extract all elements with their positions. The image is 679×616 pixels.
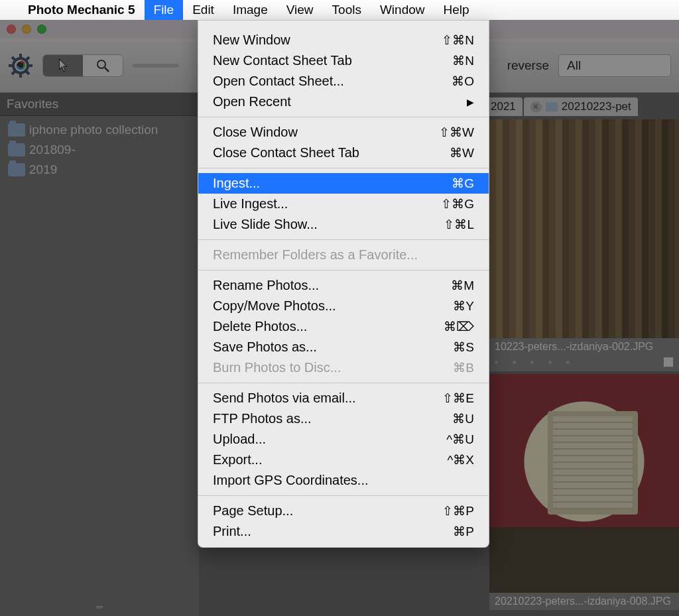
menubar-item-window[interactable]: Window xyxy=(371,0,434,20)
menu-item[interactable]: Import GPS Coordinates... xyxy=(198,470,489,491)
menu-shortcut: ⌘W xyxy=(450,145,474,160)
menu-shortcut: ⇧⌘N xyxy=(442,32,474,48)
tab-strip: 2021 ✕ 20210223-pet xyxy=(484,97,679,116)
svg-line-5 xyxy=(12,57,15,60)
menu-shortcut: ⌘N xyxy=(452,53,474,68)
menu-shortcut: ⌘B xyxy=(453,360,474,375)
favorites-list: iphone photo collection201809-2019 xyxy=(0,116,199,184)
thumbnail-image xyxy=(489,119,679,338)
menu-item-label: Remember Folders as a Favorite... xyxy=(213,247,474,263)
menu-item[interactable]: Save Photos as...⌘S xyxy=(198,337,489,357)
menu-item-label: Copy/Move Photos... xyxy=(213,298,453,314)
menubar-item-file[interactable]: File xyxy=(145,0,184,20)
menu-separator xyxy=(198,495,489,496)
zoom-window-icon[interactable] xyxy=(37,25,46,34)
menubar-item-image[interactable]: Image xyxy=(223,0,277,20)
minimize-window-icon[interactable] xyxy=(22,25,31,34)
menu-item[interactable]: New Contact Sheet Tab⌘N xyxy=(198,50,489,71)
menu-item[interactable]: Print...⌘P xyxy=(198,521,489,542)
menu-item[interactable]: Delete Photos...⌘⌦ xyxy=(198,316,489,337)
menu-item-label: Ingest... xyxy=(213,176,452,191)
menu-item-label: Page Setup... xyxy=(213,503,442,519)
close-tab-icon[interactable]: ✕ xyxy=(530,101,542,113)
mac-menubar: Photo Mechanic 5 FileEditImageViewToolsW… xyxy=(0,0,679,20)
menu-shortcut: ⇧⌘L xyxy=(444,217,474,232)
rating-dot[interactable] xyxy=(495,361,498,364)
reverse-label: reverse xyxy=(507,58,549,73)
menu-item-label: Open Recent xyxy=(213,94,460,109)
menubar-item-edit[interactable]: Edit xyxy=(183,0,223,20)
menu-item[interactable]: Close Contact Sheet Tab⌘W xyxy=(198,143,489,163)
menu-separator xyxy=(198,239,489,240)
rating-dot[interactable] xyxy=(513,361,516,364)
sidebar-item-label: 2019 xyxy=(29,162,57,177)
menu-item-label: Live Ingest... xyxy=(213,196,441,212)
menu-separator xyxy=(198,168,489,168)
menubar-item-view[interactable]: View xyxy=(277,0,323,20)
menu-separator xyxy=(198,270,489,271)
sidebar-item-label: iphone photo collection xyxy=(29,123,158,137)
sidebar-resize-handle[interactable]: ═ xyxy=(96,601,103,612)
select-checkbox[interactable] xyxy=(663,357,674,367)
thumbnail-filename: 20210223-peters...-izdaniya-008.JPG xyxy=(489,593,679,610)
menu-item[interactable]: Ingest...⌘G xyxy=(198,173,489,194)
menu-item[interactable]: Close Window⇧⌘W xyxy=(198,122,489,143)
menu-shortcut: ⌘O xyxy=(452,74,474,89)
gear-icon[interactable] xyxy=(8,53,33,78)
menu-item-label: Rename Photos... xyxy=(213,278,451,293)
folder-icon xyxy=(8,143,25,156)
menu-item[interactable]: Export...^⌘X xyxy=(198,450,489,470)
menu-item[interactable]: Page Setup...⇧⌘P xyxy=(198,501,489,521)
svg-point-10 xyxy=(97,60,105,68)
menu-shortcut: ⌘M xyxy=(451,278,474,293)
filter-combo[interactable]: All xyxy=(558,54,671,77)
thumbnail-item[interactable]: 10223-peters...-izdaniya-002.JPG xyxy=(489,119,679,371)
folder-icon xyxy=(546,102,558,111)
menu-shortcut: ⇧⌘W xyxy=(439,125,474,140)
submenu-arrow-icon: ▶ xyxy=(467,97,474,107)
menu-shortcut: ⌘U xyxy=(452,411,474,426)
rating-dot[interactable] xyxy=(566,361,570,364)
zoom-mode-button[interactable] xyxy=(83,55,123,76)
tab-2021[interactable]: 2021 xyxy=(484,97,523,116)
menu-item-label: Upload... xyxy=(213,432,446,447)
menu-item[interactable]: Upload...^⌘U xyxy=(198,429,489,450)
menu-item[interactable]: Rename Photos...⌘M xyxy=(198,275,489,296)
menu-item-label: Import GPS Coordinates... xyxy=(213,473,474,488)
app-name[interactable]: Photo Mechanic 5 xyxy=(19,3,145,17)
rating-dot[interactable] xyxy=(548,361,552,364)
menu-item-label: Close Window xyxy=(213,125,439,140)
menu-shortcut: ⌘Y xyxy=(453,298,474,314)
menu-item[interactable]: Send Photos via email...⇧⌘E xyxy=(198,388,489,408)
menu-item[interactable]: Open Recent▶ xyxy=(198,92,489,112)
thumbnail-size-slider[interactable] xyxy=(133,64,179,68)
menu-item[interactable]: Live Slide Show...⇧⌘L xyxy=(198,214,489,235)
menubar-item-tools[interactable]: Tools xyxy=(323,0,371,20)
sidebar-item[interactable]: 2019 xyxy=(0,160,199,180)
tab-label: 2021 xyxy=(491,100,516,113)
menu-item[interactable]: FTP Photos as...⌘U xyxy=(198,408,489,429)
filter-value: All xyxy=(567,58,581,73)
file-menu-dropdown: New Window⇧⌘NNew Contact Sheet Tab⌘NOpen… xyxy=(198,20,489,548)
menu-item: Remember Folders as a Favorite... xyxy=(198,245,489,265)
thumbnail-image xyxy=(489,374,679,593)
tab-label: 20210223-pet xyxy=(562,100,631,113)
rating-dot[interactable] xyxy=(530,361,534,364)
sidebar-item[interactable]: iphone photo collection xyxy=(0,120,199,140)
close-window-icon[interactable] xyxy=(7,25,16,34)
menu-item-label: New Contact Sheet Tab xyxy=(213,53,452,68)
thumbnail-rating-row xyxy=(489,355,679,371)
thumbnail-item[interactable]: 20210223-peters...-izdaniya-008.JPG xyxy=(489,374,679,610)
sidebar-item[interactable]: 201809- xyxy=(0,140,199,160)
menu-item-label: Close Contact Sheet Tab xyxy=(213,145,450,160)
menu-item[interactable]: Open Contact Sheet...⌘O xyxy=(198,71,489,92)
tab-20210223[interactable]: ✕ 20210223-pet xyxy=(524,97,638,116)
menubar-item-help[interactable]: Help xyxy=(434,0,479,20)
pointer-mode-button[interactable] xyxy=(43,55,83,76)
menu-item[interactable]: Live Ingest...⇧⌘G xyxy=(198,194,489,214)
menu-item-label: Delete Photos... xyxy=(213,319,444,334)
menu-shortcut: ⌘⌦ xyxy=(444,319,474,334)
menu-item[interactable]: New Window⇧⌘N xyxy=(198,30,489,50)
svg-line-7 xyxy=(26,57,29,60)
menu-item[interactable]: Copy/Move Photos...⌘Y xyxy=(198,296,489,316)
